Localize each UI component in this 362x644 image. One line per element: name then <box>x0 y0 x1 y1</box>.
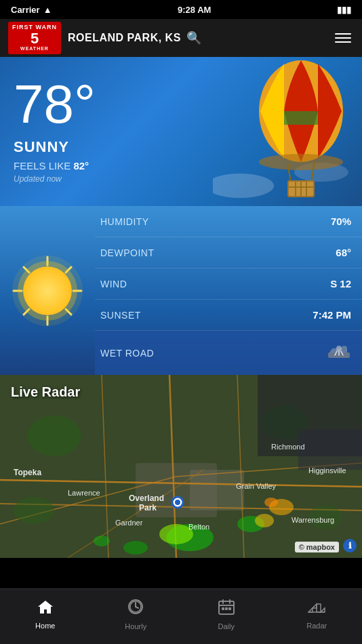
svg-point-0 <box>213 174 274 198</box>
battery-icon: ▮▮▮ <box>337 5 351 15</box>
svg-rect-70 <box>228 607 231 610</box>
radar-map[interactable]: Topeka Lawrence Overland Park Grain Vall… <box>0 375 362 558</box>
wet-road-icon <box>327 340 351 365</box>
search-icon[interactable]: 🔍 <box>186 31 202 45</box>
svg-rect-47 <box>298 429 362 470</box>
svg-text:Park: Park <box>139 503 157 512</box>
menu-button[interactable] <box>332 31 354 45</box>
live-radar-title: Live Radar <box>11 384 80 400</box>
sunset-value: 7:42 PM <box>313 309 351 321</box>
logo-number: 5 <box>31 31 39 46</box>
nav-label-radar: Radar <box>306 622 327 630</box>
sun-icon-container <box>0 206 95 375</box>
svg-point-3 <box>259 154 343 170</box>
status-bar: Carrier ▲ 9:28 AM ▮▮▮ <box>0 0 362 19</box>
condition-label: SUNNY <box>14 138 96 156</box>
wifi-icon: ▲ <box>43 5 52 15</box>
carrier-label: Carrier <box>11 5 40 15</box>
weather-details-table: HUMIDITY 70% DEWPOINT 68° WIND S 12 SUNS… <box>95 206 362 375</box>
weather-details-section: HUMIDITY 70% DEWPOINT 68° WIND S 12 SUNS… <box>0 206 362 375</box>
status-left: Carrier ▲ <box>11 5 52 15</box>
nav-label-daily: Daily <box>218 622 235 630</box>
hourly-icon <box>127 598 144 620</box>
svg-line-63 <box>136 607 138 608</box>
svg-text:Gardner: Gardner <box>115 519 143 527</box>
nav-item-hourly[interactable]: Hourly <box>91 589 182 644</box>
svg-line-19 <box>66 309 71 315</box>
svg-text:Overland: Overland <box>129 494 164 503</box>
wet-road-row: WET ROAD <box>95 331 362 375</box>
map-info-button[interactable]: ℹ <box>343 539 357 552</box>
svg-text:Belton: Belton <box>188 523 209 531</box>
radar-map-svg: Topeka Lawrence Overland Park Grain Vall… <box>0 375 362 558</box>
svg-point-36 <box>14 497 54 524</box>
weather-hero-content: 78° SUNNY FEELS LIKE 82° Updated now <box>14 77 96 184</box>
svg-rect-25 <box>190 470 244 510</box>
dewpoint-value: 68° <box>336 247 351 258</box>
svg-point-42 <box>123 541 148 555</box>
humidity-row: HUMIDITY 70% <box>95 206 362 237</box>
svg-text:Higginsville: Higginsville <box>308 466 346 475</box>
logo-bottom-text: WEATHER <box>20 46 49 52</box>
sunset-row: SUNSET 7:42 PM <box>95 300 362 331</box>
nav-label-home: Home <box>35 622 55 630</box>
home-icon <box>37 599 54 619</box>
svg-text:Topeka: Topeka <box>14 468 41 477</box>
svg-line-16 <box>24 267 29 273</box>
dewpoint-row: DEWPOINT 68° <box>95 237 362 268</box>
sun-circle <box>23 266 72 315</box>
location-display: ROELAND PARK, KS 🔍 <box>68 31 325 45</box>
svg-line-18 <box>24 309 29 315</box>
bottom-navigation: Home Hourly Daily <box>0 588 362 644</box>
balloon-illustration <box>213 57 362 206</box>
status-right: ▮▮▮ <box>337 5 351 15</box>
feels-like-row: FEELS LIKE 82° <box>14 160 96 172</box>
daily-icon <box>218 598 235 620</box>
svg-point-41 <box>255 514 274 527</box>
radar-icon <box>307 599 326 619</box>
mapbox-badge: © mapbox <box>295 542 339 552</box>
svg-point-49 <box>175 500 180 505</box>
weather-hero-section: 78° SUNNY FEELS LIKE 82° Updated now <box>0 57 362 206</box>
updated-timestamp: Updated now <box>14 174 96 184</box>
svg-text:Warrensburg: Warrensburg <box>291 516 334 524</box>
svg-text:Richmond: Richmond <box>271 443 305 451</box>
svg-rect-69 <box>225 607 228 610</box>
wet-road-label: WET ROAD <box>100 348 154 359</box>
humidity-value: 70% <box>331 216 351 227</box>
nav-item-home[interactable]: Home <box>0 589 91 644</box>
nav-item-radar[interactable]: Radar <box>272 589 363 644</box>
svg-point-43 <box>94 536 110 546</box>
feels-like-value: 82° <box>73 160 89 172</box>
wind-value: S 12 <box>330 278 351 289</box>
temperature-display: 78° <box>14 77 96 132</box>
wind-row: WIND S 12 <box>95 268 362 300</box>
app-header: FIRST WARN 5 WEATHER ROELAND PARK, KS 🔍 <box>0 19 362 57</box>
nav-label-hourly: Hourly <box>125 622 146 630</box>
feels-like-label: FEELS LIKE <box>14 160 71 172</box>
humidity-label: HUMIDITY <box>100 216 149 227</box>
app-logo: FIRST WARN 5 WEATHER <box>8 22 61 54</box>
svg-rect-68 <box>222 607 224 610</box>
svg-point-34 <box>27 416 81 456</box>
location-text: ROELAND PARK, KS <box>68 32 181 44</box>
svg-text:Lawrence: Lawrence <box>68 489 100 497</box>
svg-point-45 <box>264 498 278 507</box>
svg-point-21 <box>336 346 342 351</box>
nav-item-daily[interactable]: Daily <box>181 589 272 644</box>
dewpoint-label: DEWPOINT <box>100 247 154 258</box>
live-radar-section[interactable]: Live Radar <box>0 375 362 558</box>
svg-line-17 <box>66 267 71 273</box>
wind-label: WIND <box>100 279 127 289</box>
svg-text:Grain Valley: Grain Valley <box>236 482 277 490</box>
sunset-label: SUNSET <box>100 310 141 321</box>
time-display: 9:28 AM <box>178 5 211 15</box>
